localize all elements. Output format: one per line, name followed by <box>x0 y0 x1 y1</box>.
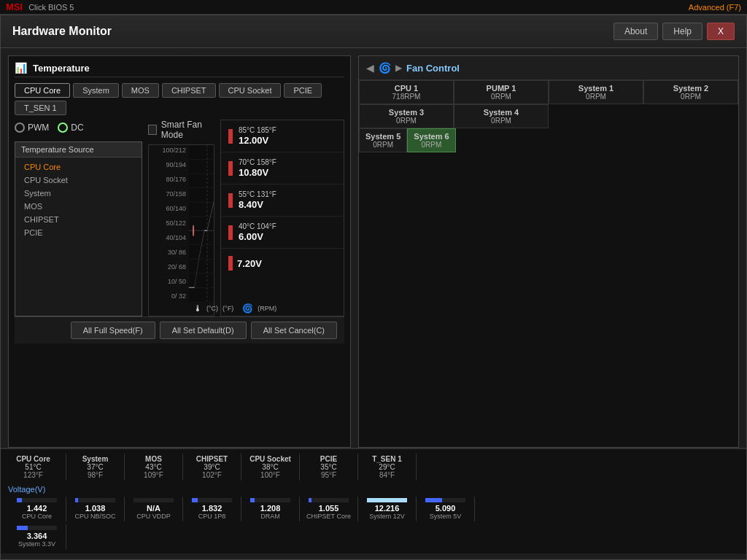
fan-arrow-right-icon: ▶ <box>395 63 402 73</box>
volt-reading-dram: 1.208 DRAM <box>241 497 300 521</box>
temp-btn-cpu-socket[interactable]: CPU Socket <box>219 83 282 98</box>
y-label-1: 90/194 <box>149 161 189 168</box>
pwm-radio[interactable]: PWM <box>15 122 49 133</box>
temp-btn-pcie[interactable]: PCIE <box>284 83 322 98</box>
chart-svg <box>189 145 214 301</box>
bottom-status-bar: CPU Core 51°C 123°F System 37°C 98°F MOS… <box>1 448 746 553</box>
volt-bar-cpu-vddp-container <box>133 498 174 502</box>
volt-reading-sys5v: 5.090 System 5V <box>417 497 475 521</box>
fan-sys2-name: System 2 <box>650 84 732 93</box>
voltage-level-panel: 85°C 185°F 12.00V 70°C 158°F 10.80V <box>220 120 344 316</box>
temp-source-pcie[interactable]: PCIE <box>15 226 142 239</box>
fan-item-sys1[interactable]: System 1 0RPM <box>549 80 643 104</box>
volt-temp-c-1: 70°C 158°F <box>239 158 276 166</box>
volt-bar-sys33v <box>17 526 28 530</box>
fan-item-pump1[interactable]: PUMP 1 0RPM <box>454 80 549 104</box>
all-set-cancel-button[interactable]: All Set Cancel(C) <box>251 322 337 339</box>
temp-btn-system[interactable]: System <box>73 83 119 98</box>
temp-btn-mos[interactable]: MOS <box>122 83 159 98</box>
volt-bar-cpu-1p8 <box>192 498 198 502</box>
y-label-10: 0/ 32 <box>149 292 189 300</box>
msi-logo: MSI <box>6 1 23 12</box>
temp-reading-cpu-core-name: CPU Core <box>16 455 50 463</box>
smart-fan-checkbox[interactable] <box>148 125 157 135</box>
volt-temp-c-2: 55°C 131°F <box>239 190 276 198</box>
fan-control-section: ◀ 🌀 ▶ Fan Control CPU 1 718RPM PUMP 1 0R… <box>358 55 739 448</box>
volt-indicator-3 <box>228 225 233 240</box>
temp-reading-system: System 37°C 98°F <box>66 454 125 481</box>
temp-reading-cpu-core: CPU Core 51°C 123°F <box>8 454 66 481</box>
about-button[interactable]: About <box>614 23 658 40</box>
temp-reading-pcie: PCIE 35°C 95°F <box>300 454 358 481</box>
bottom-action-buttons: All Full Speed(F) All Set Default(D) All… <box>15 316 344 343</box>
volt-reading-sys33v-name: System 3.3V <box>18 540 55 548</box>
temp-source-chipset[interactable]: CHIPSET <box>15 213 142 226</box>
temp-source-cpu-core[interactable]: CPU Core <box>15 160 142 174</box>
fan-item-cpu1[interactable]: CPU 1 718RPM <box>359 80 454 104</box>
help-button[interactable]: Help <box>662 23 703 40</box>
fan-sys4-name: System 4 <box>460 108 542 117</box>
voltage-readings-row2: 3.364 System 3.3V <box>8 524 739 549</box>
temp-source-system[interactable]: System <box>15 187 142 200</box>
all-full-speed-button[interactable]: All Full Speed(F) <box>71 322 155 339</box>
fan-pump1-name: PUMP 1 <box>460 84 542 93</box>
temp-readings-row: CPU Core 51°C 123°F System 37°C 98°F MOS… <box>8 454 739 481</box>
temp-button-group: CPU Core System MOS CHIPSET CPU Socket P… <box>15 83 344 115</box>
fan-item-sys2[interactable]: System 2 0RPM <box>643 80 738 104</box>
top-panel: 📊 Temperature CPU Core System MOS CHIPSE… <box>1 48 746 448</box>
temp-source-header: Temperature Source <box>15 142 142 158</box>
temp-source-mos[interactable]: MOS <box>15 200 142 213</box>
temp-btn-tsen1[interactable]: T_SEN 1 <box>15 101 66 115</box>
volt-row-2: 55°C 131°F 8.40V <box>221 184 344 217</box>
volt-reading-chipset-core-value: 1.055 <box>319 504 339 513</box>
y-label-5: 50/122 <box>149 219 189 227</box>
volt-labels-0: 85°C 185°F 12.00V <box>239 126 276 146</box>
temp-reading-cpu-socket: CPU Socket 38°C 100°F <box>241 454 300 481</box>
volt-reading-chipset-core-name: CHIPSET Core <box>306 513 351 520</box>
fan-item-sys4[interactable]: System 4 0RPM <box>454 104 549 128</box>
volt-reading-cpu-1p8-value: 1.832 <box>202 504 222 513</box>
top-bar: MSI Click BIOS 5 Advanced (F7) <box>0 0 747 15</box>
fan-sys4-rpm: 0RPM <box>460 117 542 125</box>
temp-icon: 📊 <box>15 62 27 74</box>
temp-section-title: Temperature <box>33 63 90 74</box>
temp-reading-cpu-socket-c: 38°C <box>262 463 278 471</box>
fan-icon: 🌀 <box>379 62 391 74</box>
temp-reading-tsen1-f: 84°F <box>379 471 395 479</box>
temperature-section: 📊 Temperature CPU Core System MOS CHIPSE… <box>8 55 351 448</box>
fan-sys1-rpm: 0RPM <box>555 93 637 101</box>
fan-sys1-name: System 1 <box>555 84 637 93</box>
fan-sys2-rpm: 0RPM <box>650 93 732 101</box>
volt-bar-chipset-core <box>309 498 311 502</box>
fan-item-sys6[interactable]: System 6 0RPM <box>407 128 455 152</box>
volt-reading-sys33v: 3.364 System 3.3V <box>8 524 66 549</box>
volt-reading-sys12v-name: System 12V <box>369 513 405 520</box>
volt-indicator-0 <box>228 129 233 144</box>
chart-inner[interactable] <box>189 145 214 301</box>
volt-bar-sys5v-container <box>425 498 465 502</box>
fan-item-sys3[interactable]: System 3 0RPM <box>359 104 454 128</box>
y-label-3: 70/158 <box>149 190 189 198</box>
temp-btn-chipset[interactable]: CHIPSET <box>162 83 216 98</box>
fan-sys3-name: System 3 <box>365 108 447 117</box>
fan-pump1-rpm: 0RPM <box>460 93 542 101</box>
temp-reading-pcie-f: 95°F <box>321 471 336 479</box>
temp-reading-pcie-name: PCIE <box>320 455 337 463</box>
fan-item-sys5[interactable]: System 5 0RPM <box>359 128 407 152</box>
temp-source-cpu-socket[interactable]: CPU Socket <box>15 174 142 187</box>
rpm-unit: (RPM) <box>258 305 276 312</box>
fan-cpu1-rpm: 718RPM <box>365 93 447 101</box>
thermometer-icon: 🌡 <box>193 303 202 314</box>
volt-bar-cpu-nb <box>75 498 78 502</box>
volt-bar-dram <box>250 498 255 502</box>
fan-control-header: ◀ 🌀 ▶ Fan Control <box>359 56 738 80</box>
dc-radio[interactable]: DC <box>58 122 83 133</box>
dc-label: DC <box>71 122 83 133</box>
all-set-default-button[interactable]: All Set Default(D) <box>160 322 247 339</box>
temp-btn-cpu-core[interactable]: CPU Core <box>15 83 70 98</box>
fan-grid-row1: CPU 1 718RPM PUMP 1 0RPM System 1 0RPM S… <box>359 80 738 128</box>
temp-reading-cpu-socket-f: 100°F <box>260 471 280 479</box>
svg-point-12 <box>193 225 193 236</box>
fan-nav-left[interactable]: ◀ <box>366 62 374 74</box>
close-button[interactable]: X <box>707 23 735 40</box>
